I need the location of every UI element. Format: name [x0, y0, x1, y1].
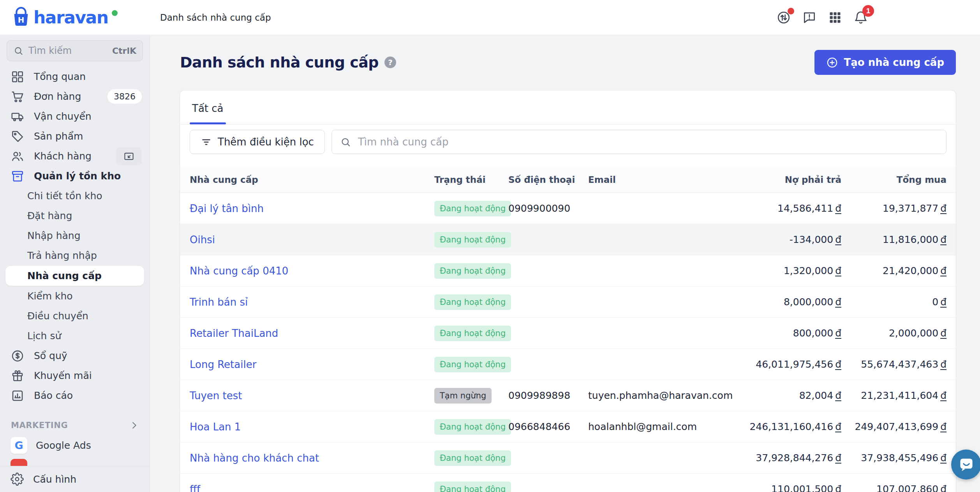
- amount: 1,320,000: [784, 265, 833, 276]
- sidebar-search[interactable]: Tìm kiếm CtrlK: [7, 40, 143, 61]
- sidebar-subitem[interactable]: Nhập hàng: [0, 226, 150, 246]
- supplier-row[interactable]: OihsiĐang hoạt động-134,000đ11,816,000đ: [180, 224, 956, 255]
- supplier-row[interactable]: Hoa Lan 1Đang hoạt động0966848466hoalanh…: [180, 411, 956, 442]
- filter-icon: [201, 136, 212, 148]
- status-cell: Đang hoạt động: [434, 450, 508, 466]
- supplier-link[interactable]: fff: [190, 483, 200, 492]
- supplier-row[interactable]: fffĐang hoạt động110,001,500đ107,007,860…: [180, 473, 956, 492]
- chat-bubble-icon: [958, 456, 975, 473]
- sidebar-subitem[interactable]: Nhà cung cấp: [5, 266, 144, 286]
- supplier-link[interactable]: Tuyen test: [190, 390, 242, 402]
- supplier-link[interactable]: Nhà hàng cho khách chat: [190, 452, 319, 464]
- supplier-link[interactable]: Retailer ThaiLand: [190, 327, 278, 339]
- supplier-name-cell: Retailer ThaiLand: [190, 327, 434, 339]
- sidebar-subitem[interactable]: Điều chuyển: [0, 306, 150, 326]
- supplier-search-input[interactable]: [357, 136, 938, 148]
- currency-symbol: đ: [940, 421, 947, 432]
- supplier-row[interactable]: Retailer ThaiLandĐang hoạt động800,000đ2…: [180, 317, 956, 349]
- supplier-row[interactable]: Đại lý tân bìnhĐang hoạt động09099000901…: [180, 193, 956, 224]
- supplier-link[interactable]: Nhà cung cấp 0410: [190, 265, 288, 277]
- status-badge: Đang hoạt động: [434, 326, 511, 341]
- amount: 800,000: [793, 327, 833, 339]
- sidebar-item-label: Khuyến mãi: [34, 370, 92, 381]
- sidebar-item-settings[interactable]: Cấu hình: [0, 466, 150, 492]
- breadcrumb: Danh sách nhà cung cấp: [160, 12, 271, 23]
- status-badge: Đang hoạt động: [434, 294, 511, 310]
- supplier-row[interactable]: Nhà hàng cho khách chatĐang hoạt động37,…: [180, 442, 956, 473]
- sidebar-app-item[interactable]: GGoogle Ads: [0, 434, 150, 456]
- sidebar-item[interactable]: Vận chuyển: [0, 106, 150, 126]
- column-header: Trạng thái: [434, 175, 508, 185]
- sync-button[interactable]: [776, 10, 791, 25]
- sidebar-item[interactable]: Khách hàng: [0, 146, 150, 166]
- supplier-link[interactable]: Long Retailer: [190, 359, 256, 370]
- supplier-row[interactable]: Tuyen testTạm ngừng0909989898tuyen.phamh…: [180, 380, 956, 411]
- sidebar-item[interactable]: Sổ quỹ: [0, 346, 150, 366]
- sidebar-item-label: Vận chuyển: [34, 111, 92, 122]
- create-supplier-button[interactable]: Tạo nhà cung cấp: [814, 50, 956, 75]
- sidebar-subitem[interactable]: Kiểm kho: [0, 286, 150, 306]
- sidebar-item[interactable]: Khuyến mãi: [0, 366, 150, 386]
- sidebar-app-item-partial[interactable]: [0, 456, 150, 466]
- amount: 46,011,975,456: [756, 359, 833, 370]
- bell-button[interactable]: 1: [853, 10, 869, 25]
- section-label: MARKETING: [11, 421, 68, 430]
- haravan-logo[interactable]: H haravan: [0, 7, 150, 28]
- currency-symbol: đ: [940, 296, 947, 308]
- amount: 8,000,000: [784, 296, 833, 308]
- tag-icon: [11, 129, 25, 143]
- column-header: Số điện thoại: [508, 175, 588, 185]
- sidebar-subitem[interactable]: Lịch sử: [0, 326, 150, 346]
- grid-icon: [11, 70, 25, 84]
- add-filter-button[interactable]: Thêm điều kiện lọc: [190, 130, 325, 154]
- supplier-link[interactable]: Oihsi: [190, 234, 215, 246]
- supplier-row[interactable]: Trinh bán sỉĐang hoạt động8,000,000đ0đ: [180, 286, 956, 317]
- amount: 2,000,000: [889, 327, 938, 339]
- total-purchase-cell: 2,000,000đ: [841, 327, 947, 339]
- currency-symbol: đ: [940, 483, 947, 492]
- chevron-right-icon: [129, 420, 139, 431]
- status-cell: Đang hoạt động: [434, 357, 508, 372]
- help-icon[interactable]: ?: [384, 57, 396, 68]
- sidebar-subitem[interactable]: Trả hàng nhập: [0, 246, 150, 265]
- status-badge: Đang hoạt động: [434, 263, 511, 279]
- supplier-link[interactable]: Hoa Lan 1: [190, 421, 241, 433]
- column-header: Nhà cung cấp: [190, 175, 434, 185]
- sidebar-item[interactable]: Tổng quan: [0, 67, 150, 87]
- supplier-link[interactable]: Trinh bán sỉ: [190, 296, 248, 308]
- app-grid-button[interactable]: [827, 10, 843, 25]
- chat-widget-button[interactable]: [951, 450, 980, 480]
- sidebar-item[interactable]: Sản phẩm: [0, 126, 150, 146]
- sidebar-subitem-label: Đặt hàng: [27, 210, 72, 221]
- sidebar-section-marketing[interactable]: MARKETING: [0, 416, 150, 434]
- total-purchase-cell: 0đ: [841, 296, 947, 308]
- status-badge: Đang hoạt động: [434, 232, 511, 248]
- amount: 246,131,160,416: [749, 421, 833, 432]
- phone-cell: 0909989898: [508, 390, 588, 401]
- plus-circle-icon: [826, 57, 838, 69]
- sidebar-item[interactable]: Đơn hàng3826: [0, 87, 150, 106]
- currency-symbol: đ: [940, 452, 947, 464]
- tab-all[interactable]: Tất cả: [190, 90, 226, 124]
- open-in-new-button[interactable]: [116, 147, 142, 165]
- currency-symbol: đ: [940, 359, 947, 370]
- sidebar-item[interactable]: Báo cáo: [0, 386, 150, 405]
- supplier-link[interactable]: Đại lý tân bình: [190, 203, 264, 214]
- supplier-row[interactable]: Nhà cung cấp 0410Đang hoạt động1,320,000…: [180, 255, 956, 286]
- feedback-button[interactable]: [802, 10, 817, 25]
- column-header: Nợ phải trả: [731, 175, 841, 185]
- sidebar-subitem[interactable]: Đặt hàng: [0, 206, 150, 226]
- status-cell: Đang hoạt động: [434, 419, 508, 435]
- supplier-row[interactable]: Long RetailerĐang hoạt động46,011,975,45…: [180, 349, 956, 380]
- sidebar-subitem[interactable]: Chi tiết tồn kho: [0, 186, 150, 206]
- currency-symbol: đ: [835, 203, 841, 214]
- currency-symbol: đ: [835, 452, 841, 464]
- sidebar-item-label: Báo cáo: [34, 390, 73, 401]
- currency-symbol: đ: [940, 327, 947, 339]
- amount: 82,004: [799, 390, 833, 401]
- sidebar-item[interactable]: Quản lý tồn kho: [0, 166, 150, 186]
- debt-cell: -134,000đ: [731, 234, 841, 245]
- table-header: Nhà cung cấpTrạng tháiSố điện thoạiEmail…: [180, 166, 956, 193]
- google-g-icon: G: [11, 437, 27, 454]
- total-purchase-cell: 107,007,860đ: [841, 483, 947, 492]
